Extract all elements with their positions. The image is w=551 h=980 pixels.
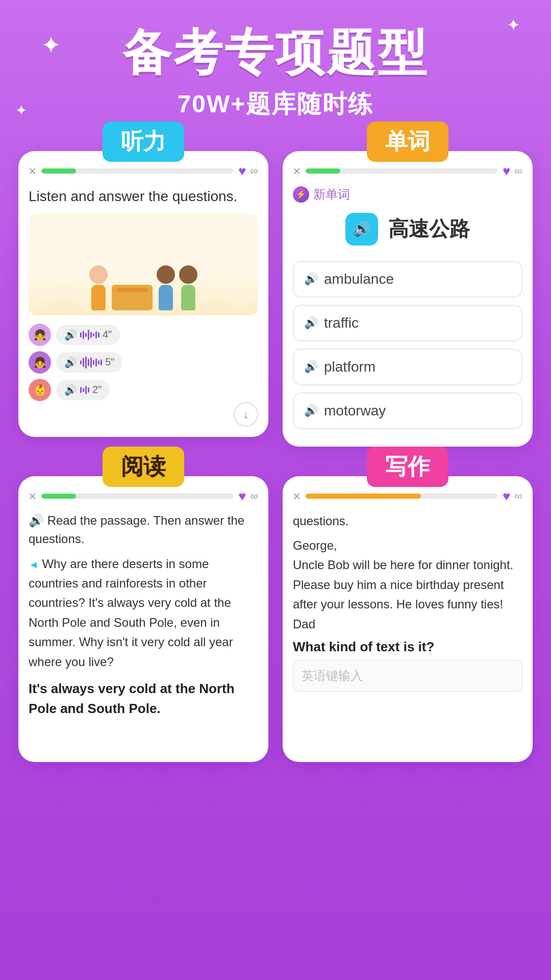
writing-infinity-icon: ∞ xyxy=(514,489,522,503)
option-traffic[interactable]: 🔊 traffic xyxy=(293,305,522,341)
audio-pill-3[interactable]: 🔊 2" xyxy=(56,380,110,400)
reading-progress-fill xyxy=(41,494,76,499)
page-subtitle: 70W+题库随时练 xyxy=(20,88,531,120)
topbar-icons: ♥ ∞ xyxy=(238,163,258,179)
reading-label: 阅读 xyxy=(103,447,184,487)
vocab-close-button[interactable]: × xyxy=(293,163,300,179)
option-platform[interactable]: 🔊 platform xyxy=(293,349,522,385)
avatar-2: 👧 xyxy=(29,351,51,374)
vocab-topbar-icons: ♥ ∞ xyxy=(503,163,522,179)
read-instruction: 🔊 Read the passage. Then answer the ques… xyxy=(29,511,258,548)
option-ambulance[interactable]: 🔊 ambulance xyxy=(293,261,522,298)
audio-row-3[interactable]: 👶 🔊 2" xyxy=(29,379,258,401)
option-text-1: ambulance xyxy=(324,271,394,287)
char-teacher xyxy=(89,265,108,310)
desk xyxy=(112,285,153,310)
option-speaker-4: 🔊 xyxy=(304,404,318,418)
writing-card: × ♥ ∞ questions. George, Uncle Bob will … xyxy=(283,476,533,762)
star-decoration-ml: ✦ xyxy=(15,102,27,119)
new-word-text: 新单词 xyxy=(313,186,350,203)
option-speaker-1: 🔊 xyxy=(304,273,318,286)
read-passage: ◄ Why are there deserts in some countrie… xyxy=(29,554,258,672)
reading-progress-bg xyxy=(41,494,233,499)
option-text-3: platform xyxy=(324,359,375,375)
infinity-icon: ∞ xyxy=(250,164,258,178)
listening-progress-fill xyxy=(41,168,76,174)
option-speaker-2: 🔊 xyxy=(304,316,318,330)
listening-card-wrapper: 听力 × ♥ ∞ Listen and answer the questions… xyxy=(18,136,268,447)
write-letter: George, Uncle Bob will be here for dinne… xyxy=(293,536,522,634)
wave-bars-2 xyxy=(80,356,102,369)
audio-pill-1[interactable]: 🔊 4" xyxy=(56,325,120,345)
audio-row-1[interactable]: 👧 🔊 4" xyxy=(29,324,258,346)
char-student2 xyxy=(179,265,197,310)
wave-bars-3 xyxy=(80,386,89,394)
read-answer: It's always very cold at the North Pole … xyxy=(29,679,258,719)
char-student1 xyxy=(157,265,175,310)
audio-row-2[interactable]: 👧 🔊 5" xyxy=(29,351,258,374)
audio-duration-1: 4" xyxy=(103,329,112,340)
vocab-progress-fill xyxy=(306,168,340,174)
listen-question: Listen and answer the questions. xyxy=(29,186,258,206)
writing-progress-bg xyxy=(306,494,497,499)
new-word-badge: ⚡ 新单词 xyxy=(293,186,522,203)
listening-progress-bg xyxy=(41,168,233,174)
vocabulary-topbar: × ♥ ∞ xyxy=(293,163,522,179)
badge-icon: ⚡ xyxy=(293,186,309,203)
vocab-heart-icon: ♥ xyxy=(503,163,510,179)
star-decoration-tl: ✦ xyxy=(41,31,61,59)
option-text-2: traffic xyxy=(324,315,359,331)
word-speaker-button[interactable]: 🔊 xyxy=(345,213,378,246)
passage-text: Why are there deserts in some countries … xyxy=(29,557,233,669)
audio-duration-2: 5" xyxy=(105,356,114,368)
passage-icon: ◄ xyxy=(29,559,39,570)
avatar-3: 👶 xyxy=(29,379,51,401)
read-instruction-text: Read the passage. Then answer the questi… xyxy=(29,513,244,546)
close-button[interactable]: × xyxy=(29,163,36,179)
vocabulary-label: 单词 xyxy=(367,121,448,162)
listening-card: × ♥ ∞ Listen and answer the questions. xyxy=(18,151,268,437)
speaker-icon-1: 🔊 xyxy=(64,329,77,341)
write-question: What kind of text is it? xyxy=(293,639,522,655)
option-motorway[interactable]: 🔊 motorway xyxy=(293,393,522,429)
listening-label: 听力 xyxy=(103,121,184,162)
heart-icon: ♥ xyxy=(238,163,246,179)
cards-grid: 听力 × ♥ ∞ Listen and answer the questions… xyxy=(0,126,551,782)
vocab-infinity-icon: ∞ xyxy=(514,164,522,178)
write-input[interactable]: 英语键输入 xyxy=(293,660,522,692)
reading-card: × ♥ ∞ 🔊 Read the passage. Then answer th… xyxy=(18,476,268,762)
reading-card-wrapper: 阅读 × ♥ ∞ 🔊 Read the passage. Then answer… xyxy=(18,461,268,762)
option-speaker-3: 🔊 xyxy=(304,360,318,374)
write-intro: questions. xyxy=(293,511,522,531)
read-speaker-icon: 🔊 xyxy=(29,513,44,527)
download-button[interactable]: ↓ xyxy=(234,402,258,427)
writing-close-button[interactable]: × xyxy=(293,488,300,504)
reading-topbar: × ♥ ∞ xyxy=(29,488,258,504)
audio-pill-2[interactable]: 🔊 5" xyxy=(56,352,122,373)
speaker-icon-3: 🔊 xyxy=(64,384,77,396)
listening-topbar: × ♥ ∞ xyxy=(29,163,258,179)
writing-card-wrapper: 写作 × ♥ ∞ questions. George, Uncle Bob wi… xyxy=(283,461,533,762)
listen-illustration xyxy=(29,213,258,315)
page-title: 备考专项题型 xyxy=(20,26,531,80)
writing-topbar-icons: ♥ ∞ xyxy=(503,488,522,504)
writing-label: 写作 xyxy=(367,447,448,487)
vocab-progress-bg xyxy=(306,168,497,174)
wave-bars-1 xyxy=(80,330,99,340)
option-text-4: motorway xyxy=(324,403,386,419)
audio-duration-3: 2" xyxy=(92,384,102,396)
reading-close-button[interactable]: × xyxy=(29,488,36,504)
reading-heart-icon: ♥ xyxy=(238,488,246,504)
reading-topbar-icons: ♥ ∞ xyxy=(238,488,258,504)
speaker-icon-2: 🔊 xyxy=(64,356,77,369)
writing-topbar: × ♥ ∞ xyxy=(293,488,522,504)
star-decoration-tr: ✦ xyxy=(507,15,520,35)
writing-progress-fill xyxy=(306,494,420,499)
reading-infinity-icon: ∞ xyxy=(250,489,258,503)
chinese-word: 高速公路 xyxy=(388,215,470,243)
vocabulary-card: × ♥ ∞ ⚡ 新单词 🔊 高速公路 🔊 ambulance xyxy=(283,151,533,447)
writing-heart-icon: ♥ xyxy=(503,488,510,504)
vocabulary-card-wrapper: 单词 × ♥ ∞ ⚡ 新单词 🔊 高速公路 🔊 xyxy=(283,136,533,447)
header-area: ✦ ✦ ✦ 备考专项题型 70W+题库随时练 xyxy=(0,0,551,126)
avatar-1: 👧 xyxy=(29,324,51,346)
